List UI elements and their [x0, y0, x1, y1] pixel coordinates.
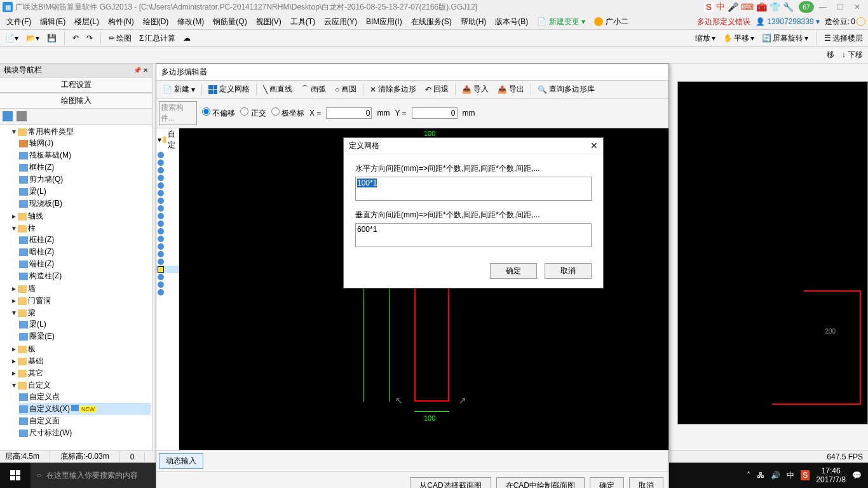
phone-number[interactable]: 👤 13907298339 ▾: [756, 17, 820, 26]
tray-network-icon[interactable]: 🖧: [757, 471, 764, 480]
expand-icon[interactable]: ▾: [10, 224, 18, 233]
tree-item[interactable]: 现浇板(B): [29, 199, 62, 208]
expand-icon[interactable]: ▸: [10, 356, 18, 365]
tree-item[interactable]: 轴网(J): [29, 139, 53, 147]
menu-floor[interactable]: 楼层(L): [71, 15, 103, 29]
editor-cancel-button[interactable]: 取消: [629, 477, 663, 488]
tree-other[interactable]: 其它: [28, 369, 43, 377]
menu-bim[interactable]: BIM应用(I): [362, 15, 406, 29]
pin-icon[interactable]: 📌 ✕: [133, 67, 148, 74]
tree-item[interactable]: 自定义面: [29, 416, 60, 425]
tree-door[interactable]: 门窗洞: [28, 296, 51, 305]
panel-sub-draw[interactable]: 绘图输入: [0, 93, 152, 109]
tree-item[interactable]: 端柱(Z): [29, 259, 54, 268]
tree-item[interactable]: 梁(L): [29, 187, 46, 196]
dialog-close-icon[interactable]: ✕: [590, 140, 598, 151]
ime-shirt-icon[interactable]: 👕: [770, 2, 780, 12]
expand-icon[interactable]: ▾: [10, 308, 18, 317]
tree-icon-2[interactable]: [17, 111, 27, 121]
tray-ime[interactable]: 中: [787, 470, 794, 481]
tree-beam[interactable]: 梁: [28, 308, 36, 317]
ime-keyboard-icon[interactable]: ⌨: [741, 2, 754, 12]
comp-name[interactable]: 自定: [168, 129, 177, 151]
x-input[interactable]: [326, 107, 372, 119]
menu-version[interactable]: 版本号(B): [491, 15, 532, 29]
tree-item[interactable]: 框柱(Z): [29, 235, 54, 244]
move-down-button[interactable]: ↓ 下移: [842, 50, 863, 60]
green-badge[interactable]: 67: [799, 1, 814, 13]
ime-tool-icon[interactable]: 🧰: [756, 2, 767, 12]
menu-rebar[interactable]: 钢筋量(Q): [209, 15, 250, 29]
select-floor-button[interactable]: ☰ 选择楼层: [822, 32, 865, 45]
cad-select-button[interactable]: 从CAD选择截面图: [410, 477, 491, 488]
editor-ok-button[interactable]: 确定: [590, 477, 624, 488]
expand-icon[interactable]: ▾: [10, 127, 18, 136]
tree-item[interactable]: 框柱(Z): [29, 163, 54, 172]
rotate-button[interactable]: 🔄 屏幕旋转 ▾: [759, 32, 811, 45]
tree-item[interactable]: 筏板基础(M): [29, 151, 71, 159]
tree-item[interactable]: 圈梁(E): [29, 332, 55, 341]
opt-polar[interactable]: 极坐标: [271, 107, 304, 119]
tree-item[interactable]: 梁(L): [29, 320, 46, 329]
panel-sub-project[interactable]: 工程设置: [0, 77, 152, 93]
tree-item-selected[interactable]: 自定义线(X): [29, 404, 70, 413]
export-button[interactable]: 📤 导出: [494, 82, 528, 97]
tray-notifications-icon[interactable]: 💬: [852, 471, 862, 480]
h-spacing-input[interactable]: 100*1: [355, 177, 592, 201]
tree-item[interactable]: 构造柱(Z): [29, 271, 62, 280]
tree-axis[interactable]: 轴线: [28, 212, 43, 220]
menu-online[interactable]: 在线服务(S): [407, 15, 456, 29]
menu-modify[interactable]: 修改(M): [173, 15, 208, 29]
menu-user[interactable]: 广小二: [590, 15, 632, 29]
minimize-icon[interactable]: —: [819, 3, 827, 11]
expand-icon[interactable]: ▾: [10, 381, 18, 390]
tray-sogou-icon[interactable]: S: [801, 470, 810, 480]
menu-edit[interactable]: 编辑(E): [36, 15, 69, 29]
ime-lang[interactable]: 中: [716, 1, 725, 13]
redo-button[interactable]: ↷: [84, 32, 95, 44]
tree-custom[interactable]: 自定义: [28, 381, 51, 390]
editor-new-button[interactable]: 📄 新建 ▾: [159, 82, 199, 97]
tree-item[interactable]: 剪力墙(Q): [29, 175, 63, 184]
ime-bar[interactable]: S 中 🎤 ⌨ 🧰 👕 🔧: [699, 1, 799, 13]
menu-help[interactable]: 帮助(H): [457, 15, 491, 29]
tree-icon-1[interactable]: [3, 111, 13, 121]
draw-circle-button[interactable]: ○ 画圆: [331, 82, 360, 97]
ime-mic-icon[interactable]: 🎤: [728, 2, 738, 12]
undo-button[interactable]: ↶ 回退: [421, 82, 452, 97]
tree-slab[interactable]: 板: [28, 344, 36, 353]
tree-item[interactable]: 尺寸标注(W): [29, 428, 72, 437]
cad-draw-button[interactable]: 在CAD中绘制截面图: [496, 477, 585, 488]
component-tree[interactable]: ▾常用构件类型 轴网(J) 筏板基础(M) 框柱(Z) 剪力墙(Q) 梁(L) …: [0, 125, 152, 451]
expand-icon[interactable]: ▸: [10, 296, 18, 305]
ime-wrench-icon[interactable]: 🔧: [783, 2, 794, 12]
pan-button[interactable]: ✋ 平移 ▾: [721, 32, 757, 45]
tree-found[interactable]: 基础: [28, 356, 43, 365]
menu-file[interactable]: 文件(F): [3, 15, 35, 29]
expand-icon[interactable]: ▸: [10, 284, 18, 293]
start-button[interactable]: [0, 463, 31, 488]
tree-item[interactable]: 自定义点: [29, 392, 60, 401]
close-icon[interactable]: ✕: [854, 3, 860, 11]
dialog-ok-button[interactable]: 确定: [490, 263, 537, 279]
maximize-icon[interactable]: ☐: [837, 3, 844, 11]
menu-tools[interactable]: 工具(T): [287, 15, 319, 29]
query-button[interactable]: 🔍 查询多边形库: [534, 82, 599, 97]
coin-balance[interactable]: 造价豆:0: [825, 17, 865, 27]
y-input[interactable]: [412, 107, 458, 119]
zoom-button[interactable]: 缩放 ▾: [693, 32, 718, 45]
draw-button[interactable]: ✏ 绘图: [106, 32, 134, 45]
new-file-button[interactable]: 📄▾: [3, 32, 21, 44]
tree-wall[interactable]: 墙: [28, 284, 36, 293]
draw-arc-button[interactable]: ⌒ 画弧: [297, 82, 330, 97]
v-spacing-input[interactable]: 600*1: [355, 223, 592, 247]
tray-clock[interactable]: 17:46 2017/7/8: [816, 466, 846, 485]
dialog-cancel-button[interactable]: 取消: [545, 263, 592, 279]
tree-col[interactable]: 柱: [28, 224, 36, 233]
move-button[interactable]: 移: [827, 50, 834, 60]
cloud-button[interactable]: ☁: [180, 32, 193, 44]
menu-component[interactable]: 构件(N): [104, 15, 138, 29]
component-list[interactable]: ▾自定: [156, 128, 179, 450]
expand-icon[interactable]: ▾: [158, 135, 161, 144]
import-button[interactable]: 📥 导入: [458, 82, 492, 97]
